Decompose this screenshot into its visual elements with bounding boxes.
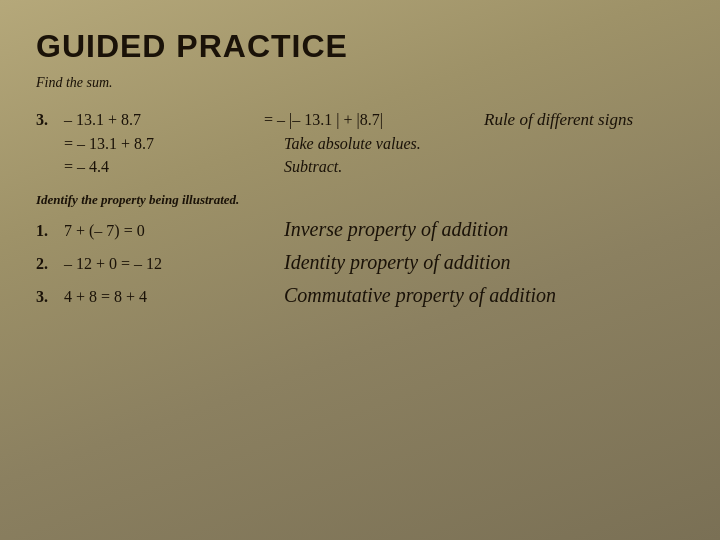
identify-3-expression: 4 + 8 = 8 + 4 xyxy=(64,288,264,306)
identify-3-property: Commutative property of addition xyxy=(284,284,556,307)
identify-label: Identify the property being illustrated. xyxy=(36,192,684,208)
problem-3-row3: = – 4.4 Subtract. xyxy=(64,158,684,176)
problem-3-block: 3. – 13.1 + 8.7 = – |– 13.1 | + |8.7| Ru… xyxy=(36,109,684,178)
find-sum-label: Find the sum. xyxy=(36,75,684,91)
problem-3-step1-expr: = – |– 13.1 | + |8.7| xyxy=(264,111,464,129)
problem-3-step2-expr: = – 13.1 + 8.7 xyxy=(64,135,264,153)
problem-3-expression: – 13.1 + 8.7 xyxy=(64,111,264,129)
problem-3-row2: = – 13.1 + 8.7 Take absolute values. xyxy=(64,135,684,153)
guided-section: 3. – 13.1 + 8.7 = – |– 13.1 | + |8.7| Ru… xyxy=(36,109,684,178)
problem-3-number: 3. xyxy=(36,109,64,129)
identify-2-property: Identity property of addition xyxy=(284,251,510,274)
identify-row-2: 2. – 12 + 0 = – 12 Identity property of … xyxy=(36,251,684,274)
identify-1-expression: 7 + (– 7) = 0 xyxy=(64,222,264,240)
identify-section: Identify the property being illustrated.… xyxy=(36,192,684,307)
problem-3-row1: 3. – 13.1 + 8.7 = – |– 13.1 | + |8.7| Ru… xyxy=(36,109,684,130)
page: GUIDED PRACTICE Find the sum. 3. – 13.1 … xyxy=(0,0,720,540)
identify-3-number: 3. xyxy=(36,288,64,306)
identify-row-1: 1. 7 + (– 7) = 0 Inverse property of add… xyxy=(36,218,684,241)
identify-2-expression: – 12 + 0 = – 12 xyxy=(64,255,264,273)
page-title: GUIDED PRACTICE xyxy=(36,28,684,65)
identify-1-number: 1. xyxy=(36,222,64,240)
identify-2-number: 2. xyxy=(36,255,64,273)
problem-3-step3-label: Subtract. xyxy=(284,158,342,176)
problem-3-step3-expr: = – 4.4 xyxy=(64,158,264,176)
problem-3-step2-label: Take absolute values. xyxy=(284,135,421,153)
identify-row-3: 3. 4 + 8 = 8 + 4 Commutative property of… xyxy=(36,284,684,307)
identify-1-property: Inverse property of addition xyxy=(284,218,508,241)
problem-3-rule-label: Rule of different signs xyxy=(484,110,633,130)
